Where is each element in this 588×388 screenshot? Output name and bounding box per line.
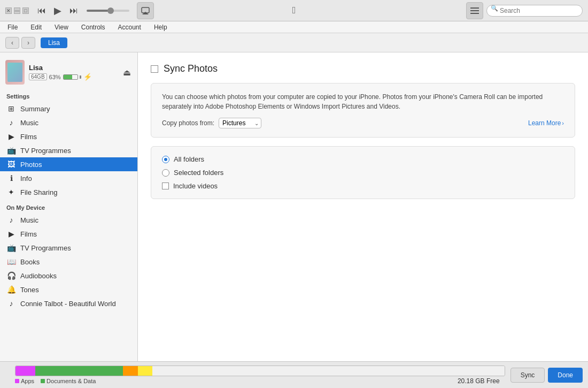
svg-rect-4: [470, 13, 479, 14]
maximize-button[interactable]: □: [22, 7, 29, 14]
menu-help[interactable]: Help: [152, 22, 169, 32]
airplay-button[interactable]: [137, 2, 154, 19]
sidebar-item-label-file-sharing: File Sharing: [20, 188, 131, 196]
forward-button[interactable]: ›: [21, 37, 35, 49]
sidebar-item-label-films-device: Films: [20, 230, 131, 238]
copy-from-select[interactable]: Pictures iPhoto Custom...: [219, 118, 261, 128]
sync-photos-checkbox[interactable]: [151, 65, 158, 73]
sidebar-item-label-music-device: Music: [20, 216, 131, 224]
copy-row: Copy photos from: Pictures iPhoto Custom…: [162, 118, 564, 128]
sidebar-item-tv-programmes[interactable]: 📺 TV Programmes: [0, 143, 137, 157]
capacity-badge: 64GB: [29, 73, 47, 80]
menu-edit[interactable]: Edit: [28, 22, 44, 32]
sidebar-item-audiobooks[interactable]: 🎧 Audiobooks: [0, 269, 137, 283]
sidebar-item-tv-device[interactable]: 📺 TV Programmes: [0, 241, 137, 255]
sidebar-item-label-films: Films: [20, 133, 131, 141]
sidebar-item-label-connie: Connie Talbot - Beautiful World: [20, 300, 131, 308]
play-button[interactable]: ▶: [50, 3, 65, 18]
storage-label-docs: Documents & Data: [41, 378, 96, 384]
on-my-device-section-label: On My Device: [0, 199, 137, 213]
sidebar-item-music[interactable]: ♪ Music: [0, 116, 137, 130]
fast-forward-button[interactable]: ⏭: [66, 3, 81, 18]
copy-select-wrap: Pictures iPhoto Custom... ⌄: [219, 118, 261, 128]
storage-labels: Apps Documents & Data 20.18 GB Free: [15, 377, 505, 385]
svg-rect-2: [470, 7, 479, 9]
tv-device-icon: 📺: [6, 244, 16, 252]
sidebar-item-tones[interactable]: 🔔 Tones: [0, 283, 137, 296]
battery-percent: 63%: [49, 74, 61, 80]
device-name-button[interactable]: Lisa: [41, 37, 67, 48]
search-icon: 🔍: [491, 5, 498, 12]
sidebar-item-connie[interactable]: ♪ Connie Talbot - Beautiful World: [0, 296, 137, 310]
storage-segment-docs: [35, 366, 123, 376]
search-input[interactable]: [486, 5, 583, 17]
volume-slider[interactable]: [87, 10, 129, 12]
storage-segment-free: [152, 366, 505, 376]
rewind-button[interactable]: ⏮: [34, 3, 49, 18]
menu-controls[interactable]: Controls: [79, 22, 107, 32]
transport-controls: ⏮ ▶ ⏭: [29, 2, 159, 19]
sidebar-item-music-device[interactable]: ♪ Music: [0, 213, 137, 227]
main-layout: Lisa 64GB 63% ⚡ ⏏ Settings ⊞ S: [0, 52, 588, 361]
sidebar-item-info[interactable]: ℹ Info: [0, 171, 137, 185]
device-capacity: 64GB 63% ⚡: [29, 73, 119, 81]
back-button[interactable]: ‹: [5, 37, 19, 49]
storage-segment-apps: [16, 366, 35, 376]
storage-bar-wrap: Apps Documents & Data 20.18 GB Free: [13, 366, 507, 385]
docs-dot: [41, 379, 45, 383]
title-bar: ✕ — □ ⏮ ▶ ⏭  🔍: [0, 0, 588, 21]
minimize-button[interactable]: —: [14, 7, 20, 14]
info-box: You can choose which photos from your co…: [151, 83, 575, 138]
close-button[interactable]: ✕: [5, 7, 12, 14]
apps-dot: [15, 379, 19, 383]
sidebar-item-label-audiobooks: Audiobooks: [20, 272, 131, 280]
include-videos-checkbox[interactable]: [162, 182, 169, 189]
films-device-icon: ▶: [6, 230, 16, 238]
sidebar-item-label-books: Books: [20, 258, 131, 266]
window-controls: ✕ — □: [0, 7, 29, 14]
settings-section-label: Settings: [0, 88, 137, 102]
learn-more-link[interactable]: Learn More ›: [528, 119, 564, 127]
eject-button[interactable]: ⏏: [123, 67, 131, 78]
sidebar-item-summary[interactable]: ⊞ Summary: [0, 102, 137, 116]
selected-folders-label: Selected folders: [174, 169, 223, 177]
bottom-bar: Apps Documents & Data 20.18 GB Free Sync…: [0, 361, 588, 388]
apps-label: Apps: [21, 378, 34, 384]
menu-file[interactable]: File: [5, 22, 20, 32]
device-icon: [5, 60, 25, 85]
device-info: Lisa 64GB 63% ⚡: [29, 64, 119, 81]
books-icon: 📖: [6, 257, 16, 266]
battery-bar: [63, 74, 78, 80]
list-view-button[interactable]: [466, 2, 483, 19]
options-box: All folders Selected folders Include vid…: [151, 146, 575, 199]
menu-view[interactable]: View: [52, 22, 71, 32]
apple-logo-icon: : [292, 5, 296, 16]
tones-icon: 🔔: [6, 285, 16, 294]
sidebar-item-films-device[interactable]: ▶ Films: [0, 227, 137, 241]
all-folders-radio[interactable]: [162, 156, 169, 163]
learn-more-chevron-icon: ›: [562, 120, 564, 126]
docs-label: Documents & Data: [47, 378, 96, 384]
list-view-icon: [470, 7, 479, 14]
done-button[interactable]: Done: [548, 368, 583, 383]
connie-icon: ♪: [6, 299, 16, 308]
photos-icon: 🖼: [6, 160, 16, 169]
selected-folders-radio[interactable]: [162, 169, 169, 177]
summary-icon: ⊞: [6, 104, 16, 113]
all-folders-row: All folders: [162, 155, 564, 163]
battery-fill: [64, 75, 72, 79]
menu-account[interactable]: Account: [116, 22, 143, 32]
sidebar-item-label-tv: TV Programmes: [20, 147, 131, 155]
sync-button[interactable]: Sync: [510, 368, 545, 383]
battery-wrap: [63, 74, 81, 80]
volume-knob: [107, 7, 114, 14]
sidebar-item-photos[interactable]: 🖼 Photos: [0, 157, 137, 171]
all-folders-label: All folders: [174, 155, 204, 163]
device-header: Lisa 64GB 63% ⚡ ⏏: [0, 57, 137, 88]
sidebar-item-films[interactable]: ▶ Films: [0, 130, 137, 143]
info-icon: ℹ: [6, 174, 16, 182]
music-icon: ♪: [6, 118, 16, 127]
sidebar-item-books[interactable]: 📖 Books: [0, 255, 137, 269]
storage-segment-other2: [138, 366, 152, 376]
sidebar-item-file-sharing[interactable]: ✦ File Sharing: [0, 185, 137, 199]
